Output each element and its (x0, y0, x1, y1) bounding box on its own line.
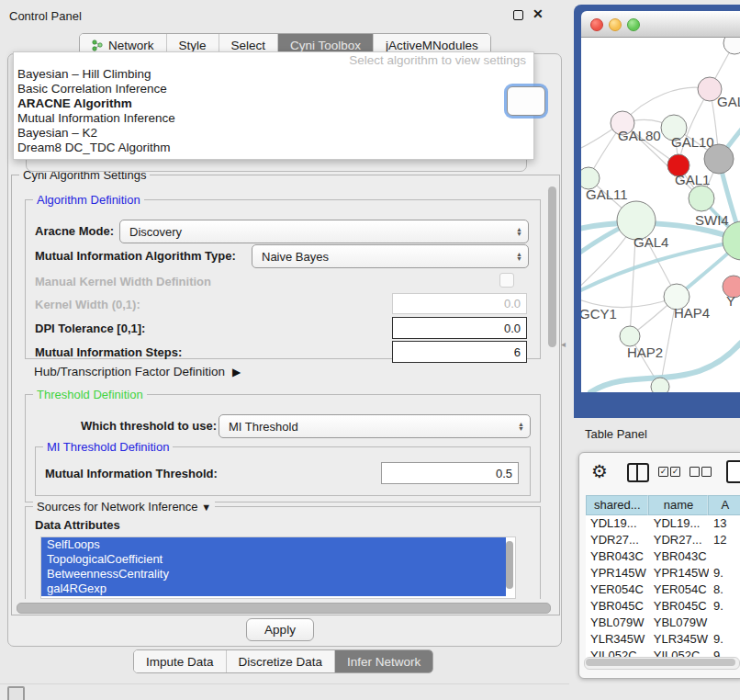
panel-dock-icon[interactable] (7, 686, 25, 700)
table-cell: YER054C (586, 581, 649, 598)
aracne-mode-value: Discovery (129, 225, 182, 239)
data-attribute-item[interactable]: SelfLoops (41, 537, 506, 552)
algorithm-option[interactable]: Dream8 DC_TDC Algorithm (17, 141, 175, 155)
table-row[interactable]: YBR043CYBR043C (586, 548, 740, 565)
data-attributes-list: SelfLoopsTopologicalCoefficientBetweenne… (40, 536, 516, 599)
threshold-definition-legend: Threshold Definition (33, 388, 147, 401)
table-column-header[interactable]: A (708, 495, 740, 515)
select-all-checkbox-icon[interactable]: ✓ (658, 467, 668, 477)
attribute-list-scrollbar[interactable] (506, 541, 513, 589)
threshold-definition-group: Threshold Definition Which threshold to … (25, 394, 541, 502)
settings-vertical-scrollbar[interactable] (548, 186, 556, 347)
network-node[interactable] (704, 144, 734, 174)
tab-infer-network[interactable]: Infer Network (335, 650, 432, 672)
apply-button[interactable]: Apply (246, 618, 314, 641)
network-node-label: SWI4 (695, 212, 729, 228)
network-node[interactable] (723, 38, 740, 54)
table-column-header[interactable]: name (648, 495, 708, 515)
table-cell: YBR045C (649, 598, 709, 615)
table-cell: YDL19... (649, 515, 709, 532)
node-table: shared...nameA YDL19...YDL19...13YDR27..… (586, 495, 740, 664)
mi-threshold-input[interactable]: 0.5 (381, 462, 519, 484)
dpi-tolerance-value: 0.0 (504, 322, 521, 335)
network-node[interactable] (651, 378, 669, 392)
network-canvas-svg: GALGAL80GAL10GAL1GAL11GAL4SWI4HAP4YGCY1H… (581, 38, 740, 392)
data-attribute-item[interactable]: BetweennessCentrality (41, 567, 506, 581)
table-row[interactable]: YPR145WYPR145W9. (586, 565, 740, 581)
tab-impute-data-label: Impute Data (146, 651, 214, 672)
network-node-label: Y (726, 293, 735, 309)
table-cell: YLR345W (649, 631, 709, 648)
mi-type-label: Mutual Information Algorithm Type: (35, 249, 236, 263)
float-panel-icon[interactable] (513, 10, 523, 20)
mi-type-combo[interactable]: Naive Bayes ▲▼ (252, 244, 529, 268)
table-cell (709, 615, 740, 631)
zoom-window-button[interactable] (627, 18, 640, 31)
data-attribute-item[interactable]: TopologicalCoefficient (41, 552, 506, 567)
expand-arrow-icon[interactable]: ▶ (232, 366, 241, 378)
deselect-all-checkbox-icon[interactable] (690, 467, 700, 477)
algorithm-option[interactable]: Basic Correlation Inference (17, 82, 175, 96)
minimize-window-button[interactable] (609, 18, 622, 31)
manual-kernel-label: Manual Kernel Width Definition (35, 275, 211, 288)
table-cell: YBL079W (586, 615, 649, 631)
table-horizontal-scrollbar[interactable] (584, 657, 740, 670)
algorithm-option[interactable]: Bayesian – Hill Climbing (17, 67, 175, 82)
scrollbar-thumb[interactable] (586, 659, 735, 666)
algorithm-option[interactable]: ARACNE Algorithm (17, 96, 175, 111)
network-node[interactable] (620, 326, 640, 346)
tab-discretize-data[interactable]: Discretize Data (227, 650, 336, 672)
aracne-mode-combo[interactable]: Discovery ▲▼ (119, 220, 529, 243)
table-cell: YER054C (649, 581, 709, 598)
which-threshold-combo[interactable]: MI Threshold ▲▼ (219, 414, 531, 438)
table-cell: YBR045C (586, 598, 649, 615)
dpi-tolerance-input[interactable]: 0.0 (392, 317, 527, 339)
table-cell: 9. (709, 565, 740, 581)
algorithm-list: Bayesian – Hill ClimbingBasic Correlatio… (17, 67, 175, 155)
collapse-arrow-icon[interactable]: ▼ (201, 502, 211, 513)
table-column-header[interactable]: shared... (586, 495, 648, 515)
table-cell (709, 548, 740, 565)
mi-threshold-legend: MI Threshold Definition (43, 440, 173, 454)
network-window: GALGAL80GAL10GAL1GAL11GAL4SWI4HAP4YGCY1H… (574, 5, 740, 418)
tab-impute-data[interactable]: Impute Data (134, 650, 227, 672)
stepper-icon: ▲▼ (516, 252, 522, 261)
dpi-tolerance-label: DPI Tolerance [0,1]: (35, 322, 145, 335)
data-attribute-item[interactable]: gal4RGexp (41, 581, 506, 596)
network-canvas[interactable]: GALGAL80GAL10GAL1GAL11GAL4SWI4HAP4YGCY1H… (581, 38, 740, 392)
network-node-label: GAL80 (618, 128, 661, 143)
table-cell: YDL19... (586, 515, 649, 532)
deselect-all-checkbox-icon[interactable] (701, 467, 712, 477)
network-window-titlebar[interactable] (581, 11, 740, 38)
hub-section-row[interactable]: Hub/Transcription Factor Definition▶ (34, 365, 241, 378)
panel-splitter-handle[interactable]: ◂ (561, 339, 566, 349)
network-node-label: GCY1 (581, 306, 617, 322)
network-node-label: GAL (717, 94, 740, 109)
algorithm-option[interactable]: Bayesian – K2 (17, 126, 175, 141)
column-layout-icon[interactable] (627, 463, 649, 482)
table-row[interactable]: YBL079WYBL079W (586, 615, 740, 631)
mi-threshold-group: MI Threshold Definition Mutual Informati… (35, 446, 531, 496)
kernel-width-input[interactable]: 0.0 (392, 293, 527, 314)
network-node[interactable] (689, 186, 714, 211)
settings-horizontal-scrollbar[interactable] (17, 603, 551, 614)
algorithm-dropdown-prompt: Select algorithm to view settings (349, 53, 526, 67)
new-table-icon[interactable] (726, 460, 740, 483)
table-row[interactable]: YDL19...YDL19...13 (586, 515, 740, 532)
network-node-label: HAP4 (674, 305, 710, 321)
close-window-button[interactable] (590, 18, 603, 31)
gear-icon[interactable]: ⚙ (591, 460, 608, 482)
table-row[interactable]: YBR045CYBR045C9. (586, 598, 740, 615)
tab-discretize-data-label: Discretize Data (239, 651, 323, 672)
select-all-checkbox-icon[interactable]: ✓ (670, 467, 680, 477)
mi-steps-input[interactable]: 6 (392, 341, 527, 363)
close-panel-icon[interactable]: ✕ (533, 6, 544, 21)
table-row[interactable]: YER054CYER054C8. (586, 581, 740, 598)
algorithm-option[interactable]: Mutual Information Inference (17, 111, 175, 126)
focused-side-button[interactable] (507, 86, 545, 116)
network-node-label: GAL4 (633, 234, 668, 250)
algorithm-definition-group: Algorithm Definition Aracne Mode: Discov… (25, 199, 541, 359)
table-row[interactable]: YDR27...YDR27...12 (586, 532, 740, 548)
table-row[interactable]: YLR345WYLR345W9. (586, 631, 740, 648)
manual-kernel-checkbox[interactable] (499, 273, 514, 288)
